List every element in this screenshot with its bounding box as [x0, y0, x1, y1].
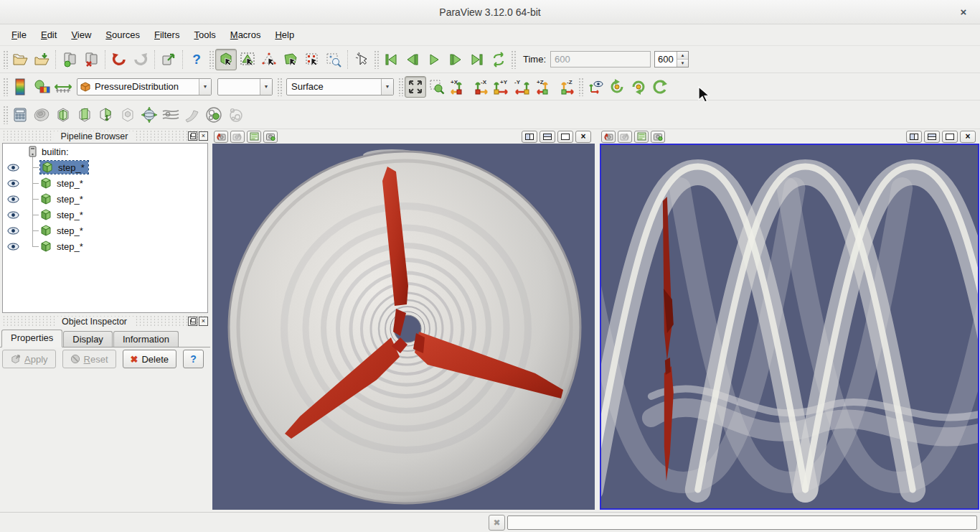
contour-button[interactable] — [31, 104, 52, 126]
split-horizontal-button[interactable] — [906, 131, 922, 143]
split-horizontal-button[interactable] — [522, 131, 537, 143]
toolbar-grip[interactable] — [3, 106, 8, 124]
pipeline-root-label[interactable]: builtin: — [39, 146, 71, 157]
view-minus-z-button[interactable]: -Z — [555, 76, 577, 98]
reset-center-button[interactable] — [649, 76, 671, 98]
loop-button[interactable] — [488, 49, 509, 70]
reset-button[interactable]: Reset — [62, 350, 116, 368]
pipeline-item-label[interactable]: step_* — [55, 241, 85, 252]
component-combo[interactable]: ▼ — [217, 78, 273, 95]
view-minus-x-button[interactable]: -X — [469, 76, 491, 98]
play-button[interactable] — [423, 49, 445, 70]
toolbar-grip[interactable] — [398, 78, 403, 96]
split-vertical-button[interactable] — [540, 131, 555, 143]
camera-undo-button[interactable] — [601, 131, 616, 143]
tree-row-step[interactable]: step_* — [3, 238, 207, 254]
zoom-to-data-button[interactable] — [426, 76, 448, 98]
apply-button[interactable]: Apply — [2, 350, 56, 368]
view-settings-button[interactable] — [634, 131, 649, 143]
split-vertical-button[interactable] — [924, 131, 940, 143]
redo-button[interactable] — [130, 49, 151, 70]
abort-progress-button[interactable]: ✖ — [489, 515, 505, 531]
toggle-color-legend-button[interactable] — [31, 76, 52, 98]
color-by-combo[interactable]: PressureDistribution ▼ — [77, 78, 212, 95]
menu-help[interactable]: Help — [268, 27, 301, 43]
reset-camera-button[interactable] — [405, 76, 426, 98]
spin-down-icon[interactable]: ▼ — [677, 60, 688, 67]
time-spin-input[interactable] — [655, 52, 677, 67]
render-viewport-wake-helix[interactable] — [600, 144, 979, 510]
representation-combo[interactable]: Surface ▼ — [286, 78, 394, 95]
pipeline-item-label[interactable]: step_* — [55, 194, 85, 205]
view-plus-y-button[interactable]: +Y — [491, 76, 512, 98]
toolbar-grip[interactable] — [511, 50, 516, 69]
visibility-eye-icon[interactable] — [7, 243, 19, 251]
maximize-view-button[interactable] — [942, 131, 958, 143]
undo-button[interactable] — [108, 49, 130, 70]
save-data-button[interactable] — [31, 49, 52, 70]
next-frame-button[interactable] — [445, 49, 466, 70]
last-frame-button[interactable] — [466, 49, 488, 70]
toolbar-grip[interactable] — [3, 78, 8, 96]
pipeline-tree[interactable]: builtin: step_* step_* step_* — [2, 143, 208, 313]
stream-tracer-button[interactable] — [160, 104, 182, 126]
threshold-button[interactable] — [95, 104, 117, 126]
camera-redo-button[interactable] — [618, 131, 632, 143]
selected-item-highlight[interactable]: step_* — [40, 161, 88, 174]
first-frame-button[interactable] — [380, 49, 402, 70]
capture-view-button[interactable] — [263, 131, 278, 143]
visibility-eye-icon[interactable] — [7, 211, 19, 219]
visibility-eye-icon[interactable] — [7, 179, 19, 187]
disconnect-server-button[interactable] — [80, 49, 102, 70]
float-panel-icon[interactable] — [188, 317, 197, 326]
delete-button[interactable]: ✖ Delete — [123, 350, 176, 368]
rotate-counterclockwise-button[interactable] — [628, 76, 649, 98]
menu-edit[interactable]: Edit — [34, 27, 64, 43]
menu-sources[interactable]: Sources — [98, 27, 147, 43]
menu-filters[interactable]: Filters — [147, 27, 187, 43]
toolbar-grip[interactable] — [578, 78, 583, 96]
maximize-view-button[interactable] — [557, 131, 573, 143]
pipeline-item-label[interactable]: step_* — [56, 162, 87, 173]
tab-properties[interactable]: Properties — [1, 330, 62, 347]
float-panel-icon[interactable] — [188, 131, 197, 141]
pipeline-item-label[interactable]: step_* — [55, 225, 85, 236]
view-plus-x-button[interactable]: +X — [448, 76, 469, 98]
select-cells-on-button[interactable] — [215, 49, 237, 70]
slice-button[interactable] — [74, 104, 95, 126]
object-inspector-header[interactable]: Object Inspector × — [2, 315, 208, 327]
select-points-through-button[interactable] — [280, 49, 301, 70]
inspector-help-button[interactable]: ? — [183, 350, 204, 368]
close-view-button[interactable]: × — [575, 131, 591, 143]
toolbar-grip[interactable] — [3, 50, 8, 69]
combo-arrow-icon[interactable]: ▼ — [381, 79, 393, 95]
tree-row-step[interactable]: step_* — [3, 159, 207, 175]
menu-macros[interactable]: Macros — [223, 27, 268, 43]
interactive-select-button[interactable] — [323, 49, 344, 70]
camera-undo-button[interactable] — [214, 131, 228, 143]
extract-level-button[interactable] — [225, 104, 246, 126]
edit-color-map-button[interactable] — [9, 76, 31, 98]
combo-arrow-icon[interactable]: ▼ — [199, 79, 211, 95]
camera-redo-button[interactable] — [230, 131, 245, 143]
menu-view[interactable]: View — [64, 27, 98, 43]
toolbar-grip[interactable] — [374, 50, 379, 69]
close-view-button[interactable]: × — [960, 131, 976, 143]
view-plus-z-button[interactable]: +Z — [534, 76, 555, 98]
menu-file[interactable]: File — [4, 27, 34, 43]
time-spinbox[interactable]: ▲ ▼ — [654, 51, 689, 67]
tree-row-step[interactable]: step_* — [3, 223, 207, 238]
pick-point-button[interactable] — [351, 49, 372, 70]
tree-row-step[interactable]: step_* — [3, 191, 207, 207]
group-datasets-button[interactable] — [203, 104, 225, 126]
tree-row-builtin[interactable]: builtin: — [3, 144, 207, 159]
calculator-button[interactable] — [9, 104, 31, 126]
window-close-icon[interactable]: × — [957, 6, 970, 19]
view-minus-y-button[interactable]: -Y — [512, 76, 534, 98]
menu-tools[interactable]: Tools — [187, 27, 222, 43]
clip-button[interactable] — [52, 104, 74, 126]
visibility-eye-icon[interactable] — [7, 195, 19, 203]
spin-up-icon[interactable]: ▲ — [677, 52, 688, 60]
select-cells-through-button[interactable] — [258, 49, 280, 70]
tree-row-step[interactable]: step_* — [3, 207, 207, 223]
